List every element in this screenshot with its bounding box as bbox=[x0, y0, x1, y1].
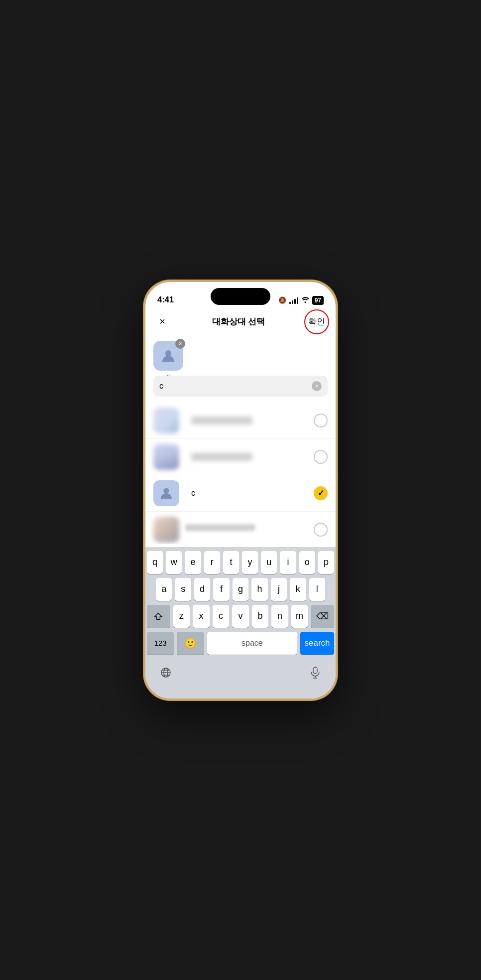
contact-name-c: c bbox=[191, 489, 314, 498]
key-p[interactable]: p bbox=[318, 551, 334, 574]
key-l[interactable]: l bbox=[309, 578, 325, 601]
keyboard-row-2: a s d f g h j k l bbox=[147, 578, 334, 601]
keyboard-bottom-row bbox=[147, 659, 334, 699]
key-z[interactable]: z bbox=[173, 605, 190, 628]
battery-icon: 97 bbox=[312, 296, 324, 305]
globe-icon bbox=[160, 667, 172, 679]
person-icon bbox=[160, 348, 176, 364]
contact-item-4[interactable] bbox=[145, 512, 336, 544]
contact-avatar-4 bbox=[153, 517, 179, 543]
key-n[interactable]: n bbox=[271, 605, 288, 628]
key-e[interactable]: e bbox=[185, 551, 201, 574]
selected-contact-avatar: × bbox=[153, 341, 183, 371]
keyboard-row-3: z x c v b n m ⌫ bbox=[147, 605, 334, 628]
numbers-key[interactable]: 123 bbox=[147, 632, 174, 655]
keyboard: q w e r t y u i o p a s d f g h j k l bbox=[145, 547, 336, 699]
key-m[interactable]: m bbox=[291, 605, 308, 628]
dynamic-island bbox=[211, 288, 270, 305]
key-o[interactable]: o bbox=[299, 551, 315, 574]
status-icons: 🔕 97 bbox=[278, 296, 324, 305]
globe-key[interactable] bbox=[155, 662, 177, 684]
key-r[interactable]: r bbox=[204, 551, 220, 574]
selected-contact-item: × c bbox=[153, 341, 183, 380]
shift-key[interactable] bbox=[147, 605, 170, 628]
backspace-key[interactable]: ⌫ bbox=[311, 605, 334, 628]
key-v[interactable]: v bbox=[232, 605, 248, 628]
phone-frame: 4:41 🔕 97 × 대화상대 선택 bbox=[143, 280, 338, 700]
keyboard-row-1: q w e r t y u i o p bbox=[147, 551, 334, 574]
key-s[interactable]: s bbox=[175, 578, 191, 601]
svg-rect-7 bbox=[313, 667, 317, 674]
contact-content-4 bbox=[185, 524, 314, 535]
contact-name-blurred-4 bbox=[185, 524, 255, 531]
key-h[interactable]: h bbox=[251, 578, 267, 601]
nav-header: × 대화상대 선택 확인 bbox=[145, 309, 336, 335]
key-d[interactable]: d bbox=[194, 578, 210, 601]
contact-name-blurred-1 bbox=[191, 417, 252, 424]
key-t[interactable]: t bbox=[223, 551, 239, 574]
contact-radio-1[interactable] bbox=[314, 414, 328, 427]
checkmark-icon: ✓ bbox=[318, 488, 324, 498]
key-q[interactable]: q bbox=[147, 551, 163, 574]
key-g[interactable]: g bbox=[233, 578, 248, 601]
microphone-key[interactable] bbox=[304, 662, 326, 684]
key-c[interactable]: c bbox=[213, 605, 229, 628]
contact-item-1[interactable] bbox=[145, 403, 336, 439]
remove-contact-button[interactable]: × bbox=[175, 339, 185, 349]
key-x[interactable]: x bbox=[193, 605, 209, 628]
search-container: × bbox=[153, 376, 328, 397]
person-icon-c bbox=[159, 486, 174, 501]
key-y[interactable]: y bbox=[242, 551, 258, 574]
page-title: 대화상대 선택 bbox=[171, 316, 306, 327]
signal-bars bbox=[289, 297, 298, 304]
contact-avatar-1 bbox=[153, 408, 179, 433]
contact-item-2[interactable] bbox=[145, 439, 336, 475]
contact-avatar-2 bbox=[153, 444, 179, 470]
key-j[interactable]: j bbox=[271, 578, 287, 601]
bell-icon: 🔕 bbox=[278, 296, 286, 304]
search-input[interactable] bbox=[159, 382, 312, 391]
search-clear-button[interactable]: × bbox=[312, 381, 322, 391]
svg-point-1 bbox=[163, 488, 169, 493]
key-a[interactable]: a bbox=[156, 578, 172, 601]
contact-radio-4[interactable] bbox=[314, 523, 328, 537]
keyboard-row-4: 123 🙂 space search bbox=[147, 632, 334, 655]
contact-radio-c-selected[interactable]: ✓ bbox=[314, 486, 328, 500]
contact-radio-2[interactable] bbox=[314, 450, 328, 464]
key-w[interactable]: w bbox=[166, 551, 182, 574]
signal-bar-4 bbox=[297, 297, 298, 304]
close-button[interactable]: × bbox=[153, 313, 171, 331]
key-u[interactable]: u bbox=[261, 551, 277, 574]
contact-list: c ✓ bbox=[145, 403, 336, 544]
contact-name-blurred-2 bbox=[191, 453, 252, 461]
signal-bar-3 bbox=[294, 299, 296, 304]
key-f[interactable]: f bbox=[213, 578, 229, 601]
microphone-icon bbox=[310, 667, 321, 679]
contact-item-c[interactable]: c ✓ bbox=[145, 475, 336, 512]
signal-bar-1 bbox=[289, 302, 291, 304]
emoji-key[interactable]: 🙂 bbox=[177, 632, 204, 655]
key-b[interactable]: b bbox=[252, 605, 268, 628]
wifi-icon bbox=[301, 296, 309, 304]
svg-point-0 bbox=[165, 350, 171, 356]
confirm-button[interactable]: 확인 bbox=[306, 311, 328, 333]
key-i[interactable]: i bbox=[280, 551, 296, 574]
key-k[interactable]: k bbox=[290, 578, 306, 601]
space-key[interactable]: space bbox=[207, 632, 297, 655]
search-key[interactable]: search bbox=[300, 632, 334, 655]
signal-bar-2 bbox=[292, 300, 293, 304]
contact-avatar-c bbox=[153, 480, 179, 506]
